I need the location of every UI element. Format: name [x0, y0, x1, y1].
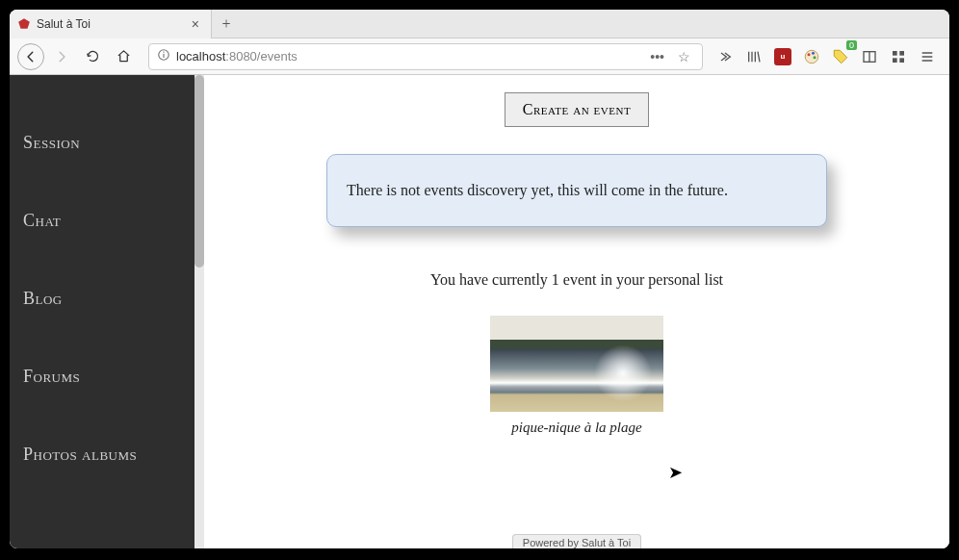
scrollbar-thumb[interactable]: [194, 75, 204, 267]
create-event-button[interactable]: Create an event: [505, 92, 649, 127]
event-title: pique-nique à la plage: [490, 420, 663, 436]
extension-tag-icon[interactable]: 0: [830, 46, 851, 67]
svg-rect-10: [899, 51, 904, 56]
svg-rect-1: [163, 54, 164, 58]
sidebar-item-photos-albums[interactable]: Photos albums: [10, 416, 194, 494]
main-panel: Create an event There is not events disc…: [204, 75, 949, 548]
tab-favicon: [17, 17, 31, 31]
extension-paint-icon[interactable]: [801, 46, 822, 67]
footer-text: Powered by Salut à Toi: [512, 534, 641, 548]
back-button[interactable]: [17, 43, 44, 70]
sidebar: Session Chat Blog Forums Photos albums: [10, 75, 194, 548]
svg-rect-12: [899, 58, 904, 63]
event-count-text: You have currently 1 event in your perso…: [204, 271, 949, 289]
badge-count: 0: [846, 40, 857, 50]
tab-close-icon[interactable]: ×: [188, 16, 203, 32]
tab-title: Salut à Toi: [37, 17, 182, 31]
sidebar-item-chat[interactable]: Chat: [10, 182, 194, 260]
forward-button[interactable]: [48, 43, 75, 70]
svg-rect-9: [893, 51, 897, 56]
home-button[interactable]: [110, 43, 137, 70]
bookmark-star-icon[interactable]: ☆: [674, 49, 694, 64]
sidebar-item-label: Session: [23, 133, 80, 152]
sidebar-item-label: Photos albums: [23, 445, 137, 464]
svg-point-6: [814, 56, 816, 59]
ublock-icon[interactable]: u: [772, 46, 793, 67]
svg-point-3: [805, 50, 818, 64]
nav-toolbar: localhost:8080/events ••• ☆ u 0: [10, 38, 949, 75]
connection-info-icon[interactable]: [157, 48, 170, 64]
library-icon[interactable]: [743, 46, 765, 67]
browser-tab[interactable]: Salut à Toi ×: [10, 10, 212, 38]
sidebar-item-label: Blog: [23, 289, 63, 308]
event-card[interactable]: pique-nique à la plage: [490, 316, 663, 436]
reader-icon[interactable]: [859, 46, 880, 67]
svg-point-4: [808, 53, 811, 56]
tiles-icon[interactable]: [888, 46, 909, 67]
tab-strip: Salut à Toi × +: [10, 10, 949, 38]
footer: Powered by Salut à Toi: [204, 537, 949, 548]
sidebar-item-session[interactable]: Session: [10, 104, 194, 182]
overflow-icon[interactable]: [714, 46, 736, 67]
scrollbar[interactable]: [194, 75, 204, 548]
sidebar-item-label: Chat: [23, 211, 61, 230]
url-text: localhost:8080/events: [176, 49, 298, 64]
sidebar-item-blog[interactable]: Blog: [10, 260, 194, 338]
new-tab-button[interactable]: +: [212, 15, 241, 33]
page-actions-icon[interactable]: •••: [646, 49, 668, 64]
svg-point-5: [812, 51, 815, 54]
svg-rect-11: [893, 58, 897, 63]
sidebar-item-label: Forums: [23, 367, 80, 386]
url-bar[interactable]: localhost:8080/events ••• ☆: [148, 43, 703, 70]
reload-button[interactable]: [79, 43, 106, 70]
svg-rect-2: [163, 52, 164, 53]
sidebar-item-forums[interactable]: Forums: [10, 338, 194, 416]
event-thumbnail: [490, 316, 663, 412]
notice-box: There is not events discovery yet, this …: [326, 154, 827, 227]
hamburger-menu-icon[interactable]: [917, 46, 938, 67]
